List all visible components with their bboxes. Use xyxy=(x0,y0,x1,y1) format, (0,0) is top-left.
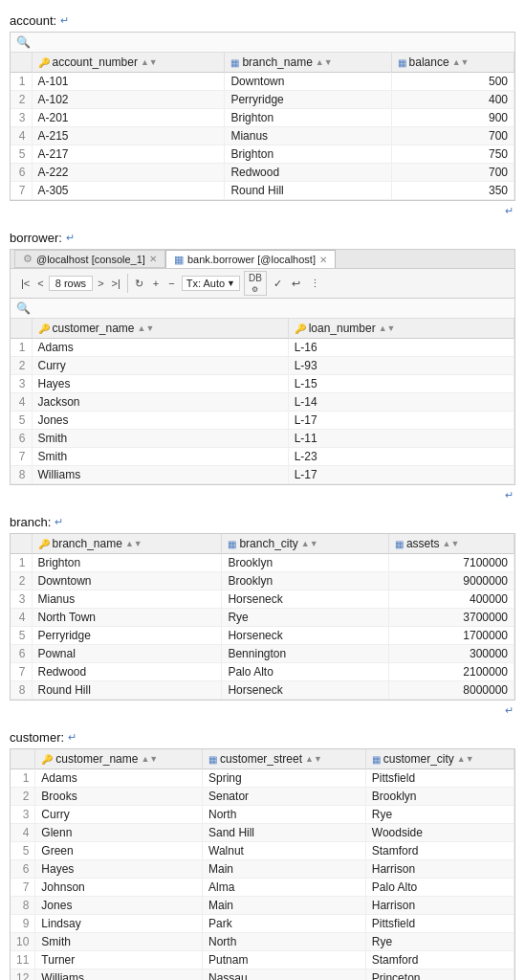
table-row[interactable]: 1A-101Downtown500 xyxy=(11,73,514,91)
table-row[interactable]: 10SmithNorthRye xyxy=(11,933,514,951)
sort-arrows[interactable]: ▲▼ xyxy=(138,324,155,333)
table-row[interactable]: 7RedwoodPalo Alto2100000 xyxy=(11,663,514,681)
nav-first[interactable]: |< xyxy=(18,277,33,290)
tx-dropdown[interactable]: Tx: Auto ▼ xyxy=(182,276,240,291)
table-row[interactable]: 5A-217Brighton750 xyxy=(11,145,514,164)
cell-customer_city: Palo Alto xyxy=(365,879,514,897)
pk-icon: 🔑 xyxy=(38,57,50,68)
cell-branch_name: Redwood xyxy=(225,164,391,182)
nav-prev[interactable]: < xyxy=(34,277,46,290)
sort-arrows[interactable]: ▲▼ xyxy=(316,58,333,67)
table-row[interactable]: 2A-102Perryridge400 xyxy=(11,91,514,109)
tab-close[interactable]: ✕ xyxy=(149,254,157,264)
col-header-branch_city[interactable]: ▦branch_city▲▼ xyxy=(222,534,388,554)
table-row[interactable]: 5PerryridgeHorseneck1700000 xyxy=(11,627,514,645)
console-icon: ⚙ xyxy=(23,253,33,265)
col-header-customer_name[interactable]: 🔑customer_name▲▼ xyxy=(32,319,288,339)
table-row[interactable]: 6A-222Redwood700 xyxy=(11,164,514,182)
table-row[interactable]: 2CurryL-93 xyxy=(11,357,514,375)
table-row[interactable]: 1AdamsSpringPittsfield xyxy=(11,769,514,788)
table-row[interactable]: 5GreenWalnutStamford xyxy=(11,842,514,860)
table-row[interactable]: 2DowntownBrooklyn9000000 xyxy=(11,572,514,590)
nav-last[interactable]: >| xyxy=(109,277,123,290)
filter-bar: 🔍 xyxy=(11,299,514,319)
check-btn[interactable]: ✓ xyxy=(271,277,285,291)
table-row[interactable]: 8JonesMainHarrison xyxy=(11,897,514,915)
table-row[interactable]: 3CurryNorthRye xyxy=(11,806,514,824)
sort-arrows[interactable]: ▲▼ xyxy=(301,540,318,548)
table-row[interactable]: 4North TownRye3700000 xyxy=(11,609,514,627)
table-row[interactable]: 2BrooksSenatorBrooklyn xyxy=(11,788,514,806)
table-row[interactable]: 3HayesL-15 xyxy=(11,375,514,393)
table-row[interactable]: 9LindsayParkPittsfield xyxy=(11,915,514,933)
data-table-borrower: 🔑customer_name▲▼🔑loan_number▲▼1AdamsL-16… xyxy=(11,319,514,484)
col-header-branch_name[interactable]: ▦branch_name▲▼ xyxy=(225,53,391,73)
cell-loan_number: L-23 xyxy=(288,448,514,466)
col-header-customer_name[interactable]: 🔑customer_name▲▼ xyxy=(35,749,203,769)
table-row[interactable]: 6SmithL-11 xyxy=(11,430,514,448)
sort-arrows[interactable]: ▲▼ xyxy=(141,755,158,764)
col-header-customer_city[interactable]: ▦customer_city▲▼ xyxy=(365,749,514,769)
cell-branch_name: North Town xyxy=(32,609,222,627)
sort-arrows[interactable]: ▲▼ xyxy=(125,540,142,548)
table-row[interactable]: 8WilliamsL-17 xyxy=(11,466,514,484)
cell-customer_name: Lindsay xyxy=(35,915,203,933)
table-row[interactable]: 11TurnerPutnamStamford xyxy=(11,951,514,969)
table-row[interactable]: 12WilliamsNassauPrinceton xyxy=(11,969,514,981)
db-btn[interactable]: DB⚙ xyxy=(244,271,267,296)
cell-branch_name: Downtown xyxy=(225,73,391,91)
table-row[interactable]: 4A-215Mianus700 xyxy=(11,127,514,145)
table-row[interactable]: 7A-305Round Hill350 xyxy=(11,182,514,200)
col-header-assets[interactable]: ▦assets▲▼ xyxy=(388,534,514,554)
table-row[interactable]: 3A-201Brighton900 xyxy=(11,109,514,127)
refresh-btn[interactable]: ↻ xyxy=(132,277,146,291)
col-header-loan_number[interactable]: 🔑loan_number▲▼ xyxy=(288,319,514,339)
table-row[interactable]: 8Round HillHorseneck8000000 xyxy=(11,681,514,700)
table-row[interactable]: 5JonesL-17 xyxy=(11,412,514,430)
nav-next[interactable]: > xyxy=(95,277,106,290)
tab-0[interactable]: ⚙@localhost [console_1]✕ xyxy=(14,250,165,268)
sort-arrows[interactable]: ▲▼ xyxy=(443,540,460,548)
table-row[interactable]: 1BrightonBrooklyn7100000 xyxy=(11,554,514,572)
table-row[interactable]: 7SmithL-23 xyxy=(11,448,514,466)
pk-icon: 🔑 xyxy=(38,323,50,334)
table-row[interactable]: 1AdamsL-16 xyxy=(11,339,514,357)
remove-btn[interactable]: − xyxy=(165,277,177,290)
table-row[interactable]: 7JohnsonAlmaPalo Alto xyxy=(11,879,514,897)
table-row[interactable]: 6HayesMainHarrison xyxy=(11,860,514,879)
data-table-branch: 🔑branch_name▲▼▦branch_city▲▼▦assets▲▼1Br… xyxy=(11,534,514,700)
table-row[interactable]: 3MianusHorseneck400000 xyxy=(11,590,514,609)
cell-customer_name: Johnson xyxy=(35,879,203,897)
table-row[interactable]: 4JacksonL-14 xyxy=(11,393,514,412)
tab-close[interactable]: ✕ xyxy=(319,255,327,265)
sort-arrows[interactable]: ▲▼ xyxy=(452,58,470,67)
table-row[interactable]: 6PownalBennington300000 xyxy=(11,645,514,663)
bottom-return-icon: ↵ xyxy=(0,203,525,219)
col-header-account_number[interactable]: 🔑account_number▲▼ xyxy=(32,53,225,73)
undo-btn[interactable]: ↩ xyxy=(289,277,303,291)
cell-branch_city: Horseneck xyxy=(222,590,388,609)
col-header-branch_name[interactable]: 🔑branch_name▲▼ xyxy=(32,534,222,554)
cell-customer_street: Alma xyxy=(203,879,366,897)
sort-arrows[interactable]: ▲▼ xyxy=(457,755,474,764)
cell-rownum: 2 xyxy=(11,572,32,590)
sort-arrows[interactable]: ▲▼ xyxy=(305,755,322,764)
col-label: branch_name xyxy=(53,537,122,550)
cell-balance: 700 xyxy=(391,164,514,182)
col-header-customer_street[interactable]: ▦customer_street▲▼ xyxy=(203,749,366,769)
sort-arrows[interactable]: ▲▼ xyxy=(379,324,396,333)
section-label-account: account:↵ xyxy=(0,8,525,32)
col-header-balance[interactable]: ▦balance▲▼ xyxy=(391,53,514,73)
cell-rownum: 5 xyxy=(11,627,32,645)
more-btn[interactable]: ⋮ xyxy=(307,277,323,291)
table-row[interactable]: 4GlennSand HillWoodside xyxy=(11,824,514,842)
sort-arrows[interactable]: ▲▼ xyxy=(141,58,158,67)
cell-rownum: 7 xyxy=(11,663,32,681)
data-table-account: 🔑account_number▲▼▦branch_name▲▼▦balance▲… xyxy=(11,53,514,200)
tab-1[interactable]: ▦bank.borrower [@localhost]✕ xyxy=(165,250,336,268)
cell-balance: 750 xyxy=(391,145,514,164)
add-btn[interactable]: + xyxy=(150,277,162,290)
cell-branch_name: Perryridge xyxy=(225,91,391,109)
cell-customer_street: Park xyxy=(203,915,366,933)
section-borrower: borrower:↵⚙@localhost [console_1]✕▦bank.… xyxy=(0,225,525,509)
